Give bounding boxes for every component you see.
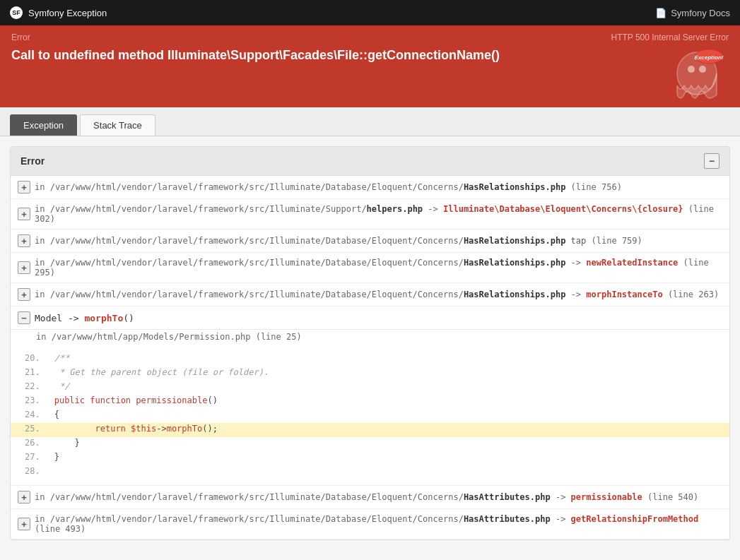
error-title-row: Call to undefined method Illuminate\Supp… xyxy=(11,47,729,103)
error-label: Error xyxy=(11,32,30,42)
docs-label: Symfony Docs xyxy=(671,8,730,18)
code-line: 27. } xyxy=(11,451,729,465)
brand-area: SF Symfony Exception xyxy=(10,6,107,19)
error-header: Error HTTP 500 Internal Server Error Cal… xyxy=(0,25,740,107)
symfony-logo-icon: SF xyxy=(10,6,23,19)
expand-row1-button[interactable]: + xyxy=(18,181,30,193)
expanded-trace-header: − Model -> morphTo() xyxy=(11,306,729,330)
trace-row: + in /var/www/html/vendor/laravel/framew… xyxy=(11,176,729,199)
expand-row7-button[interactable]: + xyxy=(18,518,30,530)
error-status-bar: Error HTTP 500 Internal Server Error xyxy=(11,32,729,42)
svg-text:Exception!: Exception! xyxy=(695,54,724,61)
main-content: Error − + in /var/www/html/vendor/larave… xyxy=(0,136,740,560)
code-line: 28. xyxy=(11,465,729,479)
code-line: 20. /** xyxy=(11,352,729,367)
code-line: 22. */ xyxy=(11,381,729,395)
expanded-trace-item: − Model -> morphTo() in /var/www/html/ap… xyxy=(11,306,729,486)
collapse-trace-button[interactable]: − xyxy=(18,311,30,324)
trace-row: + in /var/www/html/vendor/laravel/framew… xyxy=(11,509,729,540)
brand-label: Symfony Exception xyxy=(28,8,107,18)
error-title: Call to undefined method Illuminate\Supp… xyxy=(11,47,500,76)
code-block: 20. /** 21. * Get the parent object (fil… xyxy=(11,347,729,485)
expand-row2-button[interactable]: + xyxy=(18,208,30,220)
trace-row: + in /var/www/html/vendor/laravel/framew… xyxy=(11,230,729,253)
trace-path-3: in /var/www/html/vendor/laravel/framewor… xyxy=(35,236,642,246)
code-line: 26. } xyxy=(11,437,729,451)
trace-path-4: in /var/www/html/vendor/laravel/framewor… xyxy=(35,258,722,278)
tabs-bar: Exception Stack Trace xyxy=(0,107,740,136)
docs-link[interactable]: 📄 Symfony Docs xyxy=(655,8,730,18)
trace-path-6: in /var/www/html/vendor/laravel/framewor… xyxy=(35,492,698,502)
svg-point-2 xyxy=(699,66,706,73)
top-bar: SF Symfony Exception 📄 Symfony Docs xyxy=(0,0,740,25)
trace-row: + in /var/www/html/vendor/laravel/framew… xyxy=(11,253,729,283)
expand-row3-button[interactable]: + xyxy=(18,234,30,247)
trace-path-7: in /var/www/html/vendor/laravel/framewor… xyxy=(35,514,722,534)
expanded-method-label: Model -> morphTo() xyxy=(35,313,134,323)
expand-row6-button[interactable]: + xyxy=(18,491,30,504)
docs-icon: 📄 xyxy=(655,8,666,18)
expanded-file-path: in /var/www/html/app/Models/Permission.p… xyxy=(11,330,729,347)
tab-exception[interactable]: Exception xyxy=(10,114,77,136)
trace-row: + in /var/www/html/vendor/laravel/framew… xyxy=(11,486,729,509)
trace-path-1: in /var/www/html/vendor/laravel/framewor… xyxy=(35,182,622,192)
error-section: Error − + in /var/www/html/vendor/larave… xyxy=(10,146,730,540)
expand-row5-button[interactable]: + xyxy=(18,288,30,301)
code-line: 23. public function permissionable() xyxy=(11,395,729,409)
expand-row4-button[interactable]: + xyxy=(18,261,30,274)
trace-row: + in /var/www/html/vendor/laravel/framew… xyxy=(11,283,729,306)
svg-point-1 xyxy=(688,66,695,73)
code-line-highlighted: 25. return $this->morphTo(); xyxy=(11,423,729,437)
code-line: 24. { xyxy=(11,409,729,423)
trace-row: + in /var/www/html/vendor/laravel/framew… xyxy=(11,199,729,230)
exception-ghost-icon: Exception! xyxy=(665,47,729,103)
trace-path-5: in /var/www/html/vendor/laravel/framewor… xyxy=(35,290,719,299)
tab-stack-trace[interactable]: Stack Trace xyxy=(80,114,155,136)
code-line: 21. * Get the parent object (file or fol… xyxy=(11,367,729,381)
http-status: HTTP 500 Internal Server Error xyxy=(611,32,729,42)
section-title: Error xyxy=(20,155,45,167)
section-header: Error − xyxy=(11,147,729,176)
trace-path-2: in /var/www/html/vendor/laravel/framewor… xyxy=(35,204,722,224)
collapse-section-button[interactable]: − xyxy=(704,153,720,169)
